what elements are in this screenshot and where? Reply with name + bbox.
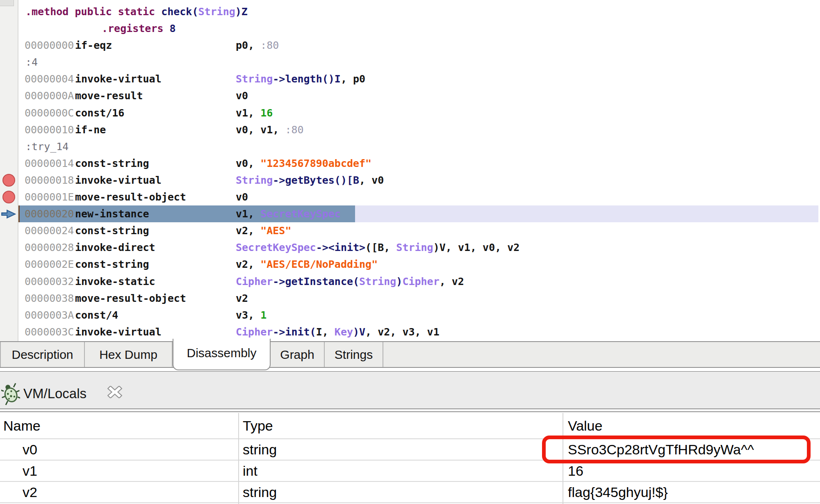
instruction-address: 0000001E: [25, 189, 74, 205]
disassembly-line[interactable]: 00000000if-eqzp0, :80: [0, 37, 820, 54]
disassembly-view: .method public static check(String)Z.reg…: [0, 0, 820, 341]
divider-line: [0, 411, 820, 412]
disassembly-line[interactable]: 00000018invoke-virtualString->getBytes()…: [0, 172, 820, 189]
table-row[interactable]: v0stringSSro3Cp28rtVgTfHRd9yWa^^: [0, 439, 820, 461]
disassembly-line[interactable]: :4: [0, 54, 820, 71]
disassembly-line[interactable]: 00000032invoke-staticCipher->getInstance…: [0, 273, 820, 290]
instruction-operands: v0, v1, :80: [236, 121, 304, 138]
instruction-address: 00000024: [25, 222, 74, 239]
instruction-operands: v1, SecretKeySpec: [236, 205, 341, 222]
vm-locals-table: Name Type Value v0stringSSro3Cp28rtVgTfH…: [0, 413, 820, 504]
table-row[interactable]: v1int16: [0, 461, 820, 482]
local-value: SSro3Cp28rtVgTfHRd9yWa^^: [568, 439, 754, 460]
instruction-opcode: const-string: [75, 155, 149, 172]
instruction-operands: String->getBytes()[B, v0: [236, 172, 384, 189]
instruction-opcode: if-eqz: [75, 37, 112, 54]
tab-strings[interactable]: Strings: [325, 342, 383, 367]
instruction-opcode: invoke-static: [75, 273, 155, 290]
tab-graph[interactable]: Graph: [271, 342, 325, 367]
local-name: v2: [23, 482, 37, 502]
disassembly-line[interactable]: .registers 8: [0, 20, 820, 37]
disassembly-line[interactable]: 00000004invoke-virtualString->length()I,…: [0, 71, 820, 87]
instruction-opcode: const-string: [75, 222, 149, 239]
local-value: 16: [568, 461, 583, 481]
disassembly-line[interactable]: .method public static check(String)Z: [0, 3, 820, 20]
debugger-window: .method public static check(String)Z.reg…: [0, 0, 820, 504]
instruction-operands: v2, "AES": [236, 222, 291, 239]
instruction-address: 0000000A: [25, 87, 74, 104]
current-line-highlight: [355, 205, 818, 222]
disassembly-line[interactable]: :try_14: [0, 138, 820, 155]
table-body: v0stringSSro3Cp28rtVgTfHRd9yWa^^v1int16v…: [0, 439, 820, 503]
close-icon[interactable]: [107, 386, 122, 398]
instruction-opcode: const/4: [75, 307, 118, 324]
disassembly-line[interactable]: 0000000Cconst/16v1, 16: [0, 105, 820, 121]
column-header-value[interactable]: Value: [568, 413, 602, 438]
instruction-address: 0000002E: [25, 256, 74, 273]
caret-bar: [18, 205, 20, 222]
instruction-operands: SecretKeySpec-><init>([B, String)V, v1, …: [236, 239, 519, 256]
instruction-operands: String->length()I, p0: [236, 71, 365, 87]
divider-line: [0, 408, 820, 409]
code-text: :4: [25, 54, 38, 71]
instruction-opcode: invoke-virtual: [75, 172, 162, 189]
local-type: int: [243, 461, 257, 481]
code-text: .method public static check(String)Z: [25, 3, 248, 20]
instruction-operands: v0, "1234567890abcdef": [236, 155, 371, 172]
instruction-address: 00000014: [25, 155, 74, 172]
disassembly-line[interactable]: 00000020new-instancev1, SecretKeySpec: [0, 205, 820, 222]
code-text: .registers 8: [102, 20, 176, 37]
code-text: :try_14: [25, 138, 68, 155]
disassembly-line[interactable]: 0000003Cinvoke-virtualCipher->init(I, Ke…: [0, 324, 820, 340]
instruction-opcode: new-instance: [75, 205, 149, 222]
instruction-address: 00000010: [25, 121, 74, 138]
column-header-name[interactable]: Name: [3, 413, 41, 438]
tab-hex-dump[interactable]: Hex Dump: [85, 342, 173, 367]
instruction-opcode: move-result: [75, 87, 143, 104]
tab-description[interactable]: Description: [0, 342, 85, 367]
table-header-row[interactable]: Name Type Value: [0, 413, 820, 439]
column-divider[interactable]: [563, 413, 563, 504]
instruction-address: 00000000: [25, 37, 74, 54]
instruction-opcode: invoke-direct: [75, 239, 155, 256]
local-name: v0: [23, 439, 37, 460]
local-type: string: [243, 482, 277, 502]
instruction-opcode: const-string: [75, 256, 149, 273]
disassembly-line[interactable]: 0000000Amove-resultv0: [0, 87, 820, 104]
instruction-address: 00000032: [25, 273, 74, 290]
instruction-address: 0000000C: [25, 105, 74, 121]
debug-bug-icon: [1, 383, 20, 405]
table-row[interactable]: v2stringflag{345ghyuj!$}: [0, 482, 820, 503]
instruction-operands: v2: [236, 290, 248, 307]
instruction-operands: v2, "AES/ECB/NoPadding": [236, 256, 378, 273]
local-type: string: [243, 439, 277, 460]
tab-disassembly[interactable]: Disassembly: [173, 339, 271, 370]
disassembly-line[interactable]: 0000001Emove-result-objectv0: [0, 189, 820, 205]
instruction-opcode: invoke-virtual: [75, 71, 162, 87]
instruction-opcode: if-ne: [75, 121, 106, 138]
instruction-operands: v0: [236, 87, 248, 104]
current-instruction-arrow-icon: [1, 209, 16, 219]
column-header-type[interactable]: Type: [243, 413, 273, 438]
disassembly-line[interactable]: 00000038move-result-objectv2: [0, 290, 820, 307]
breakpoint-icon[interactable]: [2, 191, 15, 203]
instruction-operands: p0, :80: [236, 37, 279, 54]
disassembly-line[interactable]: 00000028invoke-directSecretKeySpec-><ini…: [0, 239, 820, 256]
disassembly-line[interactable]: 0000002Econst-stringv2, "AES/ECB/NoPaddi…: [0, 256, 820, 273]
instruction-opcode: invoke-virtual: [75, 324, 162, 340]
disassembly-line[interactable]: 00000024const-stringv2, "AES": [0, 222, 820, 239]
instruction-address: 00000038: [25, 290, 74, 307]
instruction-address: 0000003A: [25, 307, 74, 324]
instruction-address: 00000028: [25, 239, 74, 256]
disassembly-line[interactable]: 00000010if-nev0, v1, :80: [0, 121, 820, 138]
instruction-operands: Cipher->getInstance(String)Cipher, v2: [236, 273, 464, 290]
instruction-address: 00000020: [25, 205, 74, 222]
breakpoint-icon[interactable]: [2, 174, 15, 187]
panel-title: VM/Locals: [23, 384, 87, 404]
column-divider[interactable]: [238, 413, 239, 504]
disassembly-line[interactable]: 00000014const-stringv0, "1234567890abcde…: [0, 155, 820, 172]
instruction-operands: v0: [236, 189, 248, 205]
local-value: flag{345ghyuj!$}: [568, 482, 668, 502]
local-name: v1: [23, 461, 37, 481]
disassembly-line[interactable]: 0000003Aconst/4v3, 1: [0, 307, 820, 324]
